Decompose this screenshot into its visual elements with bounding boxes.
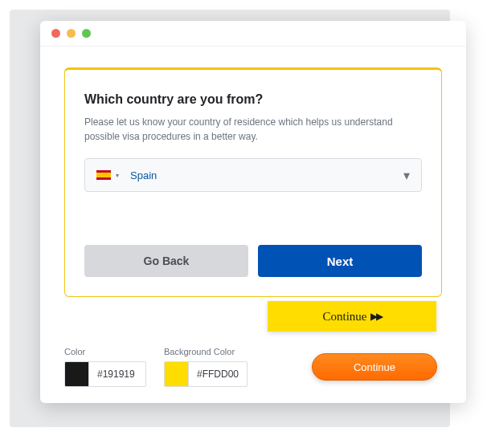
- color-input[interactable]: #191919: [64, 361, 146, 387]
- color-swatch: [65, 362, 89, 386]
- bg-color-swatch: [165, 362, 189, 386]
- country-form-card: Which country are you from? Please let u…: [64, 67, 442, 297]
- selected-country-label: Spain: [130, 169, 157, 181]
- flag-caret-icon: ▾: [116, 172, 119, 179]
- question-title: Which country are you from?: [84, 92, 422, 107]
- double-chevron-right-icon: ▶▶: [370, 311, 382, 323]
- nav-row: Go Back Next: [84, 245, 422, 277]
- window-titlebar: [40, 21, 466, 47]
- continue-yellow-button[interactable]: Continue ▶▶: [268, 301, 436, 332]
- browser-window: Which country are you from? Please let u…: [40, 21, 466, 403]
- continue-orange-label: Continue: [354, 361, 395, 373]
- flag-spain-icon: [96, 170, 111, 180]
- maximize-icon[interactable]: [82, 29, 91, 38]
- style-props-row: Color #191919 Background Color #FFDD00 C…: [64, 347, 442, 387]
- color-prop-group: Color #191919: [64, 347, 146, 387]
- continue-orange-button[interactable]: Continue: [312, 353, 437, 381]
- color-value: #191919: [89, 369, 145, 380]
- next-button[interactable]: Next: [258, 245, 422, 277]
- question-subtitle: Please let us know your country of resid…: [84, 115, 422, 144]
- minimize-icon[interactable]: [67, 29, 76, 38]
- country-select[interactable]: ▾ Spain ▾: [84, 158, 422, 192]
- continue-yellow-label: Continue: [323, 310, 367, 324]
- close-icon[interactable]: [51, 29, 60, 38]
- go-back-button[interactable]: Go Back: [84, 245, 248, 277]
- content-area: Which country are you from? Please let u…: [40, 47, 466, 403]
- bg-color-value: #FFDD00: [189, 369, 247, 380]
- bg-color-label: Background Color: [164, 347, 248, 356]
- chevron-down-icon: ▾: [403, 168, 410, 183]
- bg-color-prop-group: Background Color #FFDD00: [164, 347, 248, 387]
- color-label: Color: [64, 347, 146, 356]
- bg-color-input[interactable]: #FFDD00: [164, 361, 248, 387]
